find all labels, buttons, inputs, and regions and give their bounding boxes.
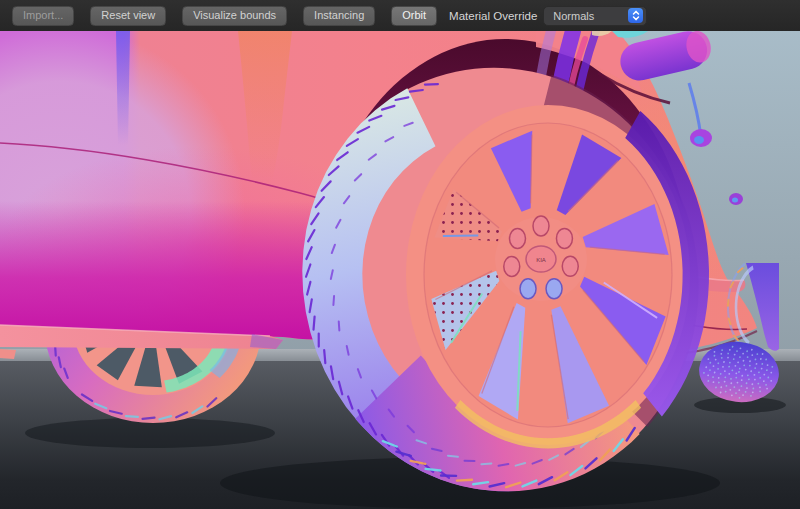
material-override-value: Normals (553, 10, 594, 22)
orbit-button[interactable]: Orbit (391, 6, 437, 26)
import-button[interactable]: Import... (12, 6, 74, 26)
material-override-label: Material Override (449, 10, 537, 22)
front-rim: KIA (406, 105, 709, 448)
viewport: KIA (0, 31, 800, 509)
mud-flap (0, 349, 16, 359)
svg-text:KIA: KIA (536, 257, 546, 263)
blue-door-streak (116, 31, 130, 145)
toolbar: Import... Reset view Visualize bounds In… (0, 0, 800, 31)
lower-magenta-shading (0, 201, 345, 341)
stepper-icon (628, 8, 643, 23)
material-override-select[interactable]: Normals (543, 6, 647, 26)
visualize-bounds-button[interactable]: Visualize bounds (182, 6, 287, 26)
model-viewer-window: Import... Reset view Visualize bounds In… (0, 0, 800, 509)
instancing-button[interactable]: Instancing (303, 6, 375, 26)
viewport-canvas[interactable]: KIA (0, 31, 800, 509)
reset-view-button[interactable]: Reset view (90, 6, 166, 26)
